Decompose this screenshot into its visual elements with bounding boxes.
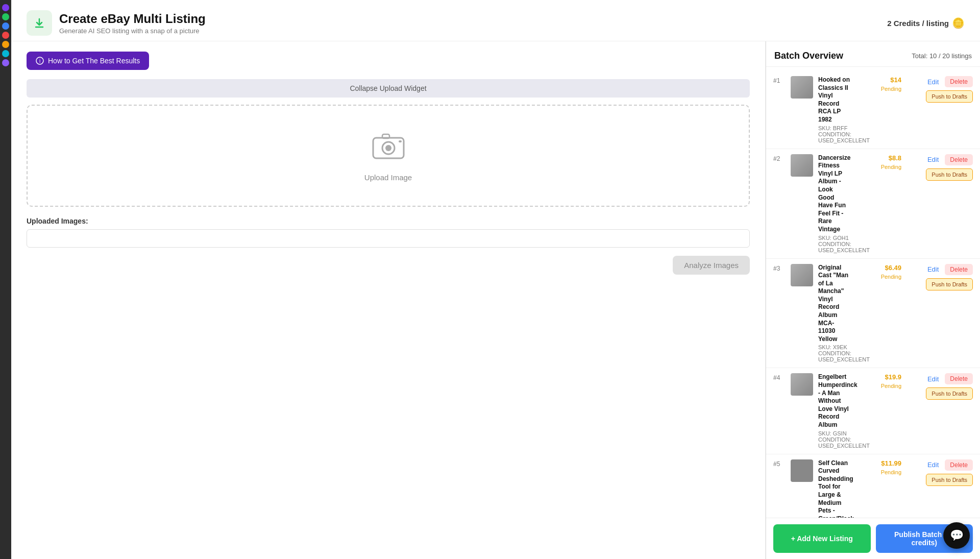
upload-zone[interactable]: Upload Image: [27, 105, 750, 207]
listing-actions: Edit Delete Push to Drafts: [906, 264, 973, 290]
listing-info: Original Cast "Man of La Mancha" Vinyl R…: [818, 264, 850, 363]
listing-num: #5: [773, 459, 786, 468]
sidebar-dot-4: [2, 32, 9, 39]
listing-info: Engelbert Humperdinck - A Man Without Lo…: [818, 373, 850, 448]
listing-condition: CONDITION: USED_EXCELLENT: [818, 436, 850, 449]
credits-text: 2 Credits / listing: [887, 19, 949, 28]
sidebar-dot-2: [2, 13, 9, 20]
listing-price: $19.9: [885, 373, 901, 381]
listing-actions: Edit Delete Push to Drafts: [906, 373, 973, 400]
uploaded-images-bar: [27, 229, 750, 248]
listing-sku: SKU: GSIN: [818, 430, 850, 436]
listing-sku: SKU: X9EK: [818, 344, 850, 350]
uploaded-images-label: Uploaded Images:: [27, 217, 750, 225]
batch-header: Batch Overview Total: 10 / 20 listings: [766, 41, 980, 67]
listing-sku: SKU: GOH1: [818, 235, 850, 241]
edit-delete-row: Edit Delete: [924, 459, 973, 471]
header-text-block: Create eBay Multi Listing Generate AI SE…: [59, 12, 206, 35]
main-content: Create eBay Multi Listing Generate AI SE…: [11, 0, 980, 559]
svg-rect-6: [382, 134, 389, 138]
batch-title: Batch Overview: [774, 51, 843, 61]
batch-total: Total: 10 / 20 listings: [912, 52, 972, 60]
edit-button[interactable]: Edit: [924, 77, 942, 87]
collapse-upload-widget-bar[interactable]: Collapse Upload Widget: [27, 79, 750, 98]
listing-item-2: #2 Dancersize Fitness Vinyl LP Album - L…: [766, 149, 980, 259]
coin-icon: 🪙: [952, 17, 965, 29]
sidebar-dot-5: [2, 41, 9, 48]
listing-item-5: #5 Self Clean Curved Deshedding Tool for…: [766, 454, 980, 518]
listing-thumbnail: [791, 76, 813, 99]
listing-thumbnail: [791, 459, 813, 482]
push-to-drafts-button[interactable]: Push to Drafts: [926, 474, 973, 486]
delete-button[interactable]: Delete: [945, 154, 973, 165]
listing-price: $11.99: [881, 459, 901, 467]
push-to-drafts-button[interactable]: Push to Drafts: [926, 278, 973, 290]
listing-status: Pending: [881, 469, 901, 475]
chat-bubble-button[interactable]: 💬: [943, 522, 970, 549]
credits-badge: 2 Credits / listing 🪙: [887, 17, 965, 29]
body-layout: i How to Get The Best Results Collapse U…: [11, 41, 980, 559]
page-icon: [27, 10, 52, 36]
push-to-drafts-button[interactable]: Push to Drafts: [926, 387, 973, 400]
svg-rect-7: [399, 140, 402, 142]
edit-button[interactable]: Edit: [924, 264, 942, 274]
listing-actions: Edit Delete Push to Drafts: [906, 459, 973, 486]
page-title: Create eBay Multi Listing: [59, 12, 206, 26]
listing-thumbnail: [791, 373, 813, 396]
listing-actions: Edit Delete Push to Drafts: [906, 154, 973, 181]
listing-price-col: $14 Pending: [855, 76, 901, 92]
listing-name: Dancersize Fitness Vinyl LP Album - Look…: [818, 154, 850, 234]
svg-point-5: [385, 145, 391, 151]
edit-delete-row: Edit Delete: [924, 76, 973, 87]
edit-button[interactable]: Edit: [924, 374, 942, 384]
header-left: Create eBay Multi Listing Generate AI SE…: [27, 10, 206, 36]
upload-label: Upload Image: [364, 173, 412, 182]
batch-panel: Batch Overview Total: 10 / 20 listings #…: [766, 41, 980, 559]
sidebar-dot-6: [2, 50, 9, 57]
listing-item-4: #4 Engelbert Humperdinck - A Man Without…: [766, 368, 980, 454]
listing-num: #4: [773, 373, 786, 381]
listing-status: Pending: [881, 274, 901, 280]
listing-sku: SKU: BRFF: [818, 125, 850, 131]
listing-condition: CONDITION: USED_EXCELLENT: [818, 350, 850, 362]
edit-delete-row: Edit Delete: [924, 154, 973, 165]
listing-status: Pending: [881, 86, 901, 92]
listing-name: Original Cast "Man of La Mancha" Vinyl R…: [818, 264, 850, 344]
listing-price-col: $11.99 Pending: [855, 459, 901, 475]
chat-icon: 💬: [950, 529, 964, 542]
listing-thumbnail: [791, 264, 813, 286]
listing-name: Hooked on Classics II Vinyl Record RCA L…: [818, 76, 850, 124]
listing-actions: Edit Delete Push to Drafts: [906, 76, 973, 103]
listing-item-1: #1 Hooked on Classics II Vinyl Record RC…: [766, 71, 980, 149]
listing-price-col: $6.49 Pending: [855, 264, 901, 280]
listing-price: $14: [890, 76, 901, 84]
how-to-button[interactable]: i How to Get The Best Results: [27, 52, 149, 70]
delete-button[interactable]: Delete: [945, 373, 973, 384]
delete-button[interactable]: Delete: [945, 264, 973, 275]
listing-num: #1: [773, 76, 786, 84]
edit-delete-row: Edit Delete: [924, 264, 973, 275]
sidebar-dot-3: [2, 22, 9, 30]
listing-price: $8.8: [889, 154, 901, 162]
edit-button[interactable]: Edit: [924, 155, 942, 164]
listing-price: $6.49: [885, 264, 901, 272]
page-header: Create eBay Multi Listing Generate AI SE…: [11, 0, 980, 41]
listing-num: #2: [773, 154, 786, 162]
add-new-listing-button[interactable]: + Add New Listing: [773, 524, 871, 553]
edit-button[interactable]: Edit: [924, 460, 942, 470]
push-to-drafts-button[interactable]: Push to Drafts: [926, 90, 973, 103]
analyze-images-button[interactable]: Analyze Images: [673, 256, 750, 275]
listing-price-col: $8.8 Pending: [855, 154, 901, 170]
page-subtitle: Generate AI SEO listing with a snap of a…: [59, 27, 206, 35]
listing-thumbnail: [791, 154, 813, 177]
listing-condition: CONDITION: USED_EXCELLENT: [818, 241, 850, 253]
listing-info: Self Clean Curved Deshedding Tool for La…: [818, 459, 850, 518]
listing-price-col: $19.9 Pending: [855, 373, 901, 389]
sidebar: [0, 0, 11, 559]
delete-button[interactable]: Delete: [945, 76, 973, 87]
delete-button[interactable]: Delete: [945, 459, 973, 471]
push-to-drafts-button[interactable]: Push to Drafts: [926, 168, 973, 181]
camera-icon: [371, 130, 406, 168]
listing-condition: CONDITION: USED_EXCELLENT: [818, 131, 850, 143]
listing-name: Self Clean Curved Deshedding Tool for La…: [818, 459, 850, 518]
